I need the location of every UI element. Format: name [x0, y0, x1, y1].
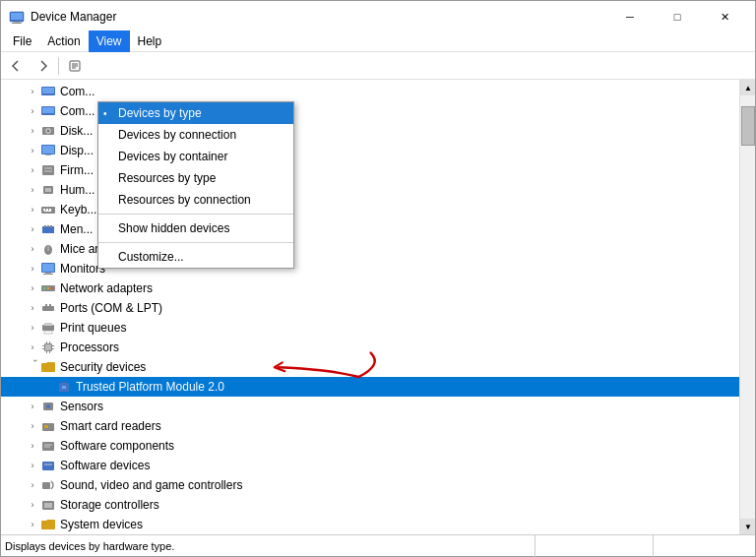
minimize-button[interactable]: ─ [607, 7, 653, 27]
close-button[interactable]: ✕ [702, 7, 747, 27]
menu-customize[interactable]: Customize... [98, 246, 293, 268]
expand-icon: › [25, 84, 40, 99]
tree-label: Disk... [60, 124, 93, 138]
svg-rect-52 [46, 351, 47, 353]
device-icon [40, 399, 56, 414]
svg-rect-69 [42, 482, 50, 489]
menu-devices-by-type[interactable]: • Devices by type [98, 102, 293, 124]
tree-item-ports[interactable]: › Ports (COM & LPT) [1, 298, 739, 318]
tree-label: Network adapters [60, 281, 153, 295]
window-title: Device Manager [31, 10, 607, 24]
tree-item-software-devices[interactable]: › Software devices [1, 456, 739, 475]
tree-label: Keyb... [60, 203, 96, 217]
forward-button[interactable] [31, 55, 54, 77]
tree-label: Sensors [60, 400, 103, 413]
expand-icon: › [25, 123, 40, 139]
menu-file[interactable]: File [5, 31, 39, 52]
menu-bar: File Action View Help [1, 31, 755, 52]
device-icon [40, 300, 56, 316]
tree-item-sensors[interactable]: › Sensors [1, 397, 739, 416]
svg-point-14 [47, 130, 49, 132]
svg-point-40 [47, 287, 49, 289]
tree-label: Software components [60, 439, 174, 453]
menu-view[interactable]: View [89, 31, 130, 52]
expand-icon: › [25, 202, 40, 217]
svg-rect-53 [49, 351, 50, 353]
tree-item-tpm[interactable]: Trusted Platform Module 2.0 [1, 377, 739, 397]
tree-label: Com... [60, 104, 94, 118]
scroll-thumb[interactable] [741, 106, 755, 146]
tree-item-com1[interactable]: › Com... [1, 82, 739, 101]
device-icon [40, 103, 56, 119]
svg-rect-9 [42, 88, 54, 93]
status-text: Displays devices by hardware type. [5, 540, 535, 552]
tree-label: Hum... [60, 183, 94, 197]
app-icon [9, 9, 25, 25]
device-icon [40, 418, 56, 434]
svg-rect-71 [44, 503, 52, 508]
menu-devices-by-connection[interactable]: Devices by connection [98, 124, 293, 146]
expand-icon: › [25, 300, 40, 316]
menu-devices-by-container[interactable]: Devices by container [98, 146, 293, 167]
svg-rect-54 [42, 345, 44, 346]
expand-icon: › [25, 517, 40, 532]
device-icon [40, 458, 56, 473]
scroll-track[interactable] [740, 95, 755, 519]
menu-resources-by-type[interactable]: Resources by type [98, 167, 293, 189]
device-icon [40, 182, 56, 198]
svg-rect-36 [45, 273, 51, 274]
maximize-button[interactable]: □ [655, 7, 700, 27]
tree-item-sound[interactable]: › Sound, video and game controllers [1, 475, 739, 495]
tree-item-system-devices[interactable]: › System devices [1, 515, 739, 534]
expand-icon: › [25, 477, 40, 493]
tree-label: Men... [60, 222, 93, 236]
svg-rect-59 [62, 386, 66, 389]
svg-rect-25 [46, 209, 48, 211]
properties-button[interactable] [63, 55, 87, 77]
toolbar-separator [58, 57, 59, 75]
tree-item-smartcard[interactable]: › Smart card readers [1, 416, 739, 436]
svg-rect-1 [11, 13, 23, 20]
menu-help[interactable]: Help [130, 31, 170, 52]
menu-show-hidden[interactable]: Show hidden devices [98, 217, 293, 239]
back-button[interactable] [5, 55, 29, 77]
tree-item-print[interactable]: › Print queues [1, 318, 739, 338]
folder-icon [40, 517, 56, 532]
svg-rect-17 [45, 155, 51, 155]
expand-icon: › [25, 261, 40, 277]
tree-label: Ports (COM & LPT) [60, 301, 162, 315]
scroll-up-button[interactable]: ▲ [740, 80, 755, 95]
device-icon [40, 241, 56, 257]
device-icon [40, 261, 56, 277]
expand-icon [40, 379, 56, 395]
tree-item-storage[interactable]: › Storage controllers [1, 495, 739, 515]
device-icon [40, 221, 56, 237]
status-panel-1 [535, 535, 653, 557]
content-area: › Com... › Com... › Disk... [1, 80, 755, 534]
menu-resources-by-connection[interactable]: Resources by connection [98, 189, 293, 211]
device-icon [40, 202, 56, 217]
svg-rect-56 [52, 345, 54, 346]
device-icon [40, 497, 56, 513]
tree-label: Disp... [60, 144, 94, 157]
tree-item-network[interactable]: › Network adapters [1, 278, 739, 298]
tree-label: Storage controllers [60, 498, 159, 512]
svg-rect-28 [42, 226, 54, 233]
menu-action[interactable]: Action [39, 31, 88, 52]
scroll-down-button[interactable]: ▼ [740, 519, 755, 534]
tree-item-processors[interactable]: › Processors [1, 338, 739, 357]
svg-rect-63 [44, 425, 48, 428]
expand-icon: › [25, 458, 40, 473]
view-menu-dropdown: • Devices by type Devices by connection … [97, 101, 294, 269]
scrollbar[interactable]: ▲ ▼ [739, 80, 755, 534]
tree-item-security-devices[interactable]: › Security devices [1, 357, 739, 377]
svg-rect-11 [42, 107, 54, 113]
svg-rect-22 [45, 188, 51, 192]
svg-rect-31 [50, 225, 52, 227]
svg-rect-67 [42, 462, 54, 470]
status-panel-2 [653, 535, 751, 557]
tree-item-software-components[interactable]: › Software components [1, 436, 739, 456]
device-icon [40, 123, 56, 139]
window-controls: ─ □ ✕ [607, 7, 747, 27]
title-bar: Device Manager ─ □ ✕ [1, 1, 755, 31]
